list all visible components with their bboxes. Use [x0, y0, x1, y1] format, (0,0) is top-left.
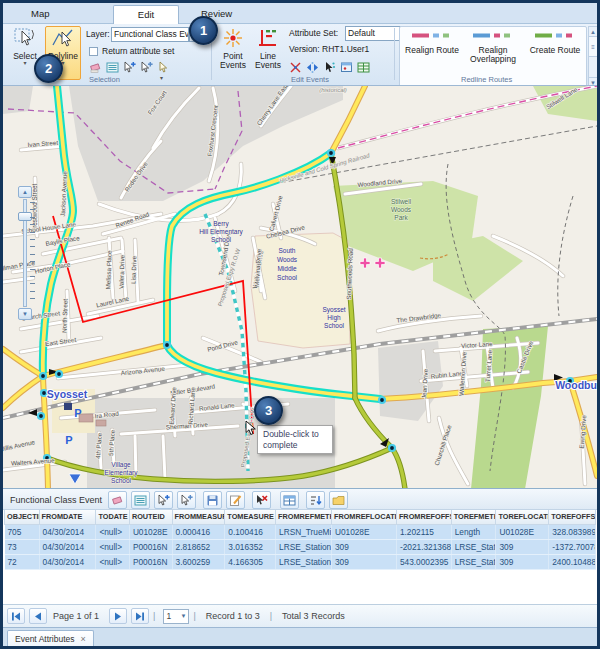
- map-label: School: [211, 236, 231, 243]
- next-page-button[interactable]: [109, 608, 127, 624]
- record-range-label: Record 1 to 3: [206, 611, 260, 621]
- realign-route-button[interactable]: Realign Route: [403, 31, 461, 83]
- clear-selection-icon[interactable]: [87, 60, 103, 75]
- delete-records-icon[interactable]: [252, 491, 271, 509]
- column-header[interactable]: TOMEASURE: [225, 510, 276, 524]
- create-route-button[interactable]: Create Route: [526, 31, 584, 83]
- point-events-label: Point Events: [217, 52, 249, 70]
- column-header[interactable]: TOREFLOCATION: [496, 510, 549, 524]
- chevron-down-icon[interactable]: ▾: [160, 74, 163, 81]
- table-cell: 309: [331, 539, 396, 554]
- polyline-icon: [51, 27, 75, 51]
- open-table-icon[interactable]: [280, 491, 299, 509]
- zoom-slider[interactable]: ▲ ▼: [18, 186, 38, 320]
- app-window: Map Edit Review Select ▾ Polyline ▾ Laye…: [0, 0, 600, 649]
- line-events-button[interactable]: Line Events: [250, 26, 286, 80]
- export-icon[interactable]: [329, 491, 348, 509]
- map-label: Woodbury: [555, 379, 597, 391]
- map-label: School: [277, 274, 297, 281]
- zoom-in-icon[interactable]: ▲: [18, 186, 32, 198]
- tab-event-attributes[interactable]: Event Attributes ×: [7, 630, 94, 647]
- select-tools-icon[interactable]: [155, 60, 171, 75]
- column-header[interactable]: OBJECTID: [5, 510, 40, 524]
- return-attribute-set-label: Return attribute set: [102, 46, 174, 56]
- table-cell: 73: [5, 539, 40, 554]
- tab-map[interactable]: Map: [17, 5, 63, 24]
- column-header[interactable]: TOREFOFFSET: [549, 510, 596, 524]
- previous-page-button[interactable]: [29, 608, 47, 624]
- column-header[interactable]: TODATE: [96, 510, 130, 524]
- map-label: P: [65, 434, 72, 446]
- save-icon[interactable]: [203, 491, 222, 509]
- column-header[interactable]: ROUTEID: [129, 510, 172, 524]
- zoom-tick: [30, 298, 35, 299]
- layer-label: Layer:: [86, 29, 110, 39]
- close-icon[interactable]: ×: [81, 634, 86, 644]
- column-header[interactable]: FROMREFOFFSET: [396, 510, 451, 524]
- table-row[interactable]: 7304/30/2014<null>P00016N2.8186523.01635…: [5, 539, 596, 554]
- edit-records-icon[interactable]: [226, 491, 245, 509]
- create-route-label: Create Route: [530, 46, 581, 55]
- tab-edit[interactable]: Edit: [113, 5, 179, 24]
- merge-events-icon[interactable]: [304, 60, 320, 75]
- column-header[interactable]: FROMDATE: [39, 510, 96, 524]
- mouse-cursor-icon: [244, 420, 258, 440]
- event-panel-title: Functional Class Event: [10, 495, 102, 505]
- map-label: Woods: [391, 206, 412, 213]
- point-events-icon: [222, 27, 244, 51]
- add-to-selection-icon[interactable]: [121, 60, 137, 75]
- show-attributes-icon[interactable]: [131, 491, 150, 509]
- version-label: Version: RHT1.User1: [289, 44, 369, 54]
- event-attributes-tab-label: Event Attributes: [15, 634, 75, 644]
- column-header[interactable]: FROMMEASURE: [172, 510, 225, 524]
- table-row[interactable]: 70504/30/2014<null>U01028E0.0004160.1004…: [5, 524, 596, 539]
- remove-from-selection-icon[interactable]: [138, 60, 154, 75]
- column-header[interactable]: FROMREFMETHOD: [276, 510, 332, 524]
- table-cell: 3.016352: [225, 539, 276, 554]
- table-row[interactable]: 7204/30/2014<null>P00016N3.6002594.16630…: [5, 554, 596, 569]
- pager-separator: |: [270, 611, 272, 621]
- select-features-icon[interactable]: [177, 491, 196, 509]
- add-to-selection-icon[interactable]: [154, 491, 173, 509]
- page-indicator: Page 1 of 1: [53, 611, 99, 621]
- map-label: School: [324, 322, 344, 329]
- map-label: Stilwell: [391, 198, 412, 205]
- map-label: Valera Drive: [117, 254, 125, 289]
- layer-combobox[interactable]: Functional Class Event: [111, 27, 189, 42]
- page-number-select[interactable]: 1 ▼: [163, 609, 189, 624]
- line-events-label: Line Events: [252, 52, 284, 70]
- scrollbar-thumb[interactable]: ≡: [589, 37, 597, 57]
- map-label: Lisa Drive: [130, 255, 138, 284]
- last-page-button[interactable]: [131, 608, 149, 624]
- table-cell: Length: [451, 524, 496, 539]
- chevron-down-icon[interactable]: ▾: [23, 61, 26, 66]
- zoom-tick: [30, 291, 35, 292]
- ribbon-scrollbar[interactable]: ▲ ≡ ▼: [588, 26, 598, 88]
- clear-selection-icon[interactable]: [108, 491, 127, 509]
- sort-icon[interactable]: [306, 491, 325, 509]
- scroll-up-icon[interactable]: ▲: [589, 27, 597, 37]
- table-cell: 543.0002395: [396, 554, 451, 569]
- point-events-button[interactable]: Point Events: [215, 26, 251, 80]
- realign-route-label: Realign Route: [405, 46, 459, 55]
- column-header[interactable]: TOREFMETHOD: [451, 510, 496, 524]
- pager-separator: |: [153, 611, 155, 621]
- zoom-out-icon[interactable]: ▼: [18, 308, 32, 320]
- callout-badge-2: 2: [34, 54, 63, 83]
- table-cell: 04/30/2014: [39, 539, 96, 554]
- map-label: Berry: [213, 220, 229, 228]
- line-events-icon: [257, 27, 279, 51]
- map-label: Hill Elementary: [199, 228, 243, 236]
- map-label: North Street: [60, 299, 68, 333]
- map-label: Syosset: [47, 388, 88, 400]
- event-table-icon[interactable]: [355, 60, 371, 75]
- column-header[interactable]: FROMREFLOCATION: [331, 510, 396, 524]
- select-event-icon[interactable]: [321, 60, 337, 75]
- split-event-icon[interactable]: [287, 60, 303, 75]
- event-window-icon[interactable]: [338, 60, 354, 75]
- first-page-button[interactable]: [7, 608, 25, 624]
- zoom-tick: [30, 269, 35, 270]
- ribbon-tab-bar: Map Edit Review: [3, 3, 597, 24]
- return-attribute-set-checkbox[interactable]: [89, 47, 98, 56]
- attribute-list-icon[interactable]: [104, 60, 120, 75]
